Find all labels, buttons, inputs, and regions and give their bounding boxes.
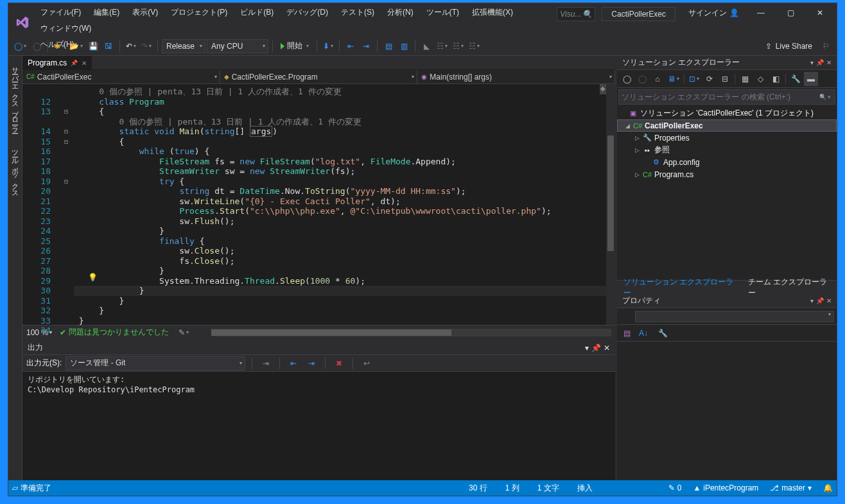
bookmark-button[interactable]: ◣ bbox=[419, 39, 433, 53]
fwd-icon[interactable]: ◯ bbox=[635, 72, 649, 86]
wrench-icon[interactable]: 🔧 bbox=[788, 72, 803, 86]
liveshare-button[interactable]: ⇪Live Share bbox=[760, 42, 817, 51]
home-icon[interactable]: ⌂ bbox=[650, 72, 665, 86]
output-body[interactable]: リポジトリを開いています: C:\Develop Repository\iPen… bbox=[22, 372, 615, 480]
status-repo[interactable]: ▲ iPentecProgram bbox=[693, 483, 758, 492]
open-button[interactable]: 📂 bbox=[67, 39, 85, 53]
alpha-icon[interactable]: A↓ bbox=[636, 326, 650, 340]
left-tab-toolbox[interactable]: ツールボックス bbox=[10, 143, 20, 197]
back-icon[interactable]: ◯ bbox=[620, 72, 634, 86]
tab-close-icon[interactable]: ✕ bbox=[82, 60, 87, 67]
scope-icon[interactable]: ⊡ bbox=[687, 72, 701, 86]
menu-view[interactable]: 表示(V) bbox=[126, 4, 164, 21]
menu-project[interactable]: プロジェクト(P) bbox=[164, 4, 234, 21]
collapse-icon[interactable]: ⊟ bbox=[718, 72, 732, 86]
close-icon[interactable]: ✕ bbox=[826, 59, 832, 66]
nav-class[interactable]: ◆CactiPollerExec.Program bbox=[220, 70, 418, 83]
platform-combo[interactable]: Any CPU bbox=[207, 39, 268, 53]
nav-project[interactable]: C#CactiPollerExec bbox=[22, 70, 220, 83]
dropdown-icon[interactable]: ▾ bbox=[810, 59, 814, 66]
menu-debug[interactable]: デバッグ(D) bbox=[280, 4, 335, 21]
left-tab-server[interactable]: サーバー エクスプローラー bbox=[10, 60, 20, 132]
menu-file[interactable]: ファイル(F) bbox=[34, 4, 87, 21]
dropdown-icon[interactable]: ▾ bbox=[810, 297, 814, 304]
tree-properties[interactable]: ▷🔧Properties bbox=[617, 132, 837, 144]
undo-button[interactable]: ↶ bbox=[124, 39, 138, 53]
goto-button[interactable]: ⇥ bbox=[259, 356, 273, 370]
pin-icon[interactable]: 📌 bbox=[816, 59, 824, 66]
pin-icon[interactable]: 📌 bbox=[591, 343, 601, 352]
dropdown-icon[interactable]: ▾ bbox=[585, 343, 589, 352]
menu-edit[interactable]: 編集(E) bbox=[87, 4, 126, 21]
view-mode-icon[interactable]: ▬ bbox=[804, 72, 818, 86]
maximize-button[interactable]: ▢ bbox=[776, 4, 805, 22]
code-editor[interactable]: 1213141516171819202122232425262728293031… bbox=[22, 84, 615, 325]
redo-button[interactable]: ↷ bbox=[139, 39, 153, 53]
view-icon[interactable]: 🖥 bbox=[666, 72, 681, 86]
status-branch[interactable]: ⎇ master ▾ bbox=[770, 483, 812, 492]
tb-btn-a[interactable]: ☷ bbox=[435, 39, 449, 53]
save-button[interactable]: 💾 bbox=[86, 39, 100, 53]
props-icon[interactable]: ◇ bbox=[753, 72, 767, 86]
nav-back-button[interactable]: ◯ bbox=[12, 39, 28, 53]
start-button[interactable]: 開始 bbox=[277, 39, 313, 53]
tree-appconfig[interactable]: ⚙App.config bbox=[617, 156, 837, 168]
tab-program-cs[interactable]: Program.cs 📌 ✕ bbox=[22, 56, 92, 69]
status-changes[interactable]: ✎ 0 bbox=[668, 483, 682, 492]
uncomment-button[interactable]: ▥ bbox=[397, 39, 411, 53]
wrap-button[interactable]: ↩ bbox=[360, 356, 374, 370]
tree-program-cs[interactable]: ▷C#Program.cs bbox=[617, 168, 837, 180]
search-input[interactable]: Visu...🔍 bbox=[557, 7, 595, 21]
indent-less-button[interactable]: ⇤ bbox=[344, 39, 358, 53]
tab-team-explorer[interactable]: チーム エクスプローラー bbox=[742, 281, 837, 294]
fold-gutter[interactable]: ⊟⊟⊟⊟ bbox=[60, 84, 73, 325]
close-icon[interactable]: ✕ bbox=[826, 297, 832, 304]
nav-fwd-button[interactable]: ◯ bbox=[30, 39, 44, 53]
new-project-button[interactable]: ✱ bbox=[52, 39, 66, 53]
clear-button[interactable]: ✖ bbox=[332, 356, 346, 370]
pin-icon[interactable]: 📌 bbox=[71, 60, 78, 66]
menu-extensions[interactable]: 拡張機能(X) bbox=[466, 4, 519, 21]
menu-test[interactable]: テスト(S) bbox=[335, 4, 381, 21]
minimize-button[interactable]: — bbox=[747, 4, 775, 22]
menu-window[interactable]: ウィンドウ(W) bbox=[34, 21, 98, 37]
menu-build[interactable]: ビルド(B) bbox=[234, 4, 280, 21]
tb-btn-b[interactable]: ☷ bbox=[451, 39, 466, 53]
next-button[interactable]: ⇥ bbox=[304, 356, 318, 370]
save-all-button[interactable]: 🖫 bbox=[101, 39, 116, 53]
categorized-icon[interactable]: ▤ bbox=[620, 326, 634, 340]
step-button[interactable]: ⬇ bbox=[321, 39, 335, 53]
issues-status[interactable]: ✔問題は見つかりませんでした bbox=[60, 327, 169, 338]
showall-icon[interactable]: ▦ bbox=[738, 72, 752, 86]
tree-solution[interactable]: ▣ソリューション 'CactiPollerExec' (1 プロジェクト) bbox=[617, 107, 837, 119]
solution-icon: ▣ bbox=[629, 109, 638, 117]
tab-solution-explorer[interactable]: ソリューション エクスプローラー bbox=[617, 281, 742, 294]
split-handle[interactable]: ✥ bbox=[600, 84, 606, 94]
props-wrench-icon[interactable]: 🔧 bbox=[656, 326, 670, 340]
tb-btn-c[interactable]: ☷ bbox=[467, 39, 482, 53]
solution-search[interactable]: ソリューション エクスプローラー の検索 (Ctrl+:) bbox=[618, 89, 835, 105]
menu-analyze[interactable]: 分析(N) bbox=[381, 4, 420, 21]
nav-method[interactable]: ◉Main(string[] args) bbox=[417, 70, 615, 83]
preview-icon[interactable]: ◧ bbox=[769, 72, 783, 86]
refresh-icon[interactable]: ⟳ bbox=[702, 72, 717, 86]
indent-more-button[interactable]: ⇥ bbox=[359, 39, 373, 53]
properties-combo[interactable] bbox=[635, 311, 834, 322]
close-icon[interactable]: ✕ bbox=[604, 343, 610, 352]
horizontal-scrollbar[interactable] bbox=[211, 329, 611, 336]
tree-project[interactable]: ◢C#CactiPollerExec bbox=[617, 119, 837, 132]
close-button[interactable]: ✕ bbox=[806, 4, 834, 22]
prev-button[interactable]: ⇤ bbox=[286, 356, 301, 370]
pin-icon[interactable]: 📌 bbox=[816, 297, 824, 304]
signin-button[interactable]: サインイン👤 bbox=[682, 5, 745, 21]
feedback-button[interactable]: ⚐ bbox=[819, 39, 833, 53]
output-source-combo[interactable]: ソース管理 - Git bbox=[65, 356, 245, 370]
tree-references[interactable]: ▷▪▪参照 bbox=[617, 144, 837, 156]
brush-button[interactable]: ✎ bbox=[177, 326, 191, 340]
comment-button[interactable]: ▤ bbox=[381, 39, 396, 53]
notifications-icon[interactable]: 🔔 bbox=[823, 483, 833, 492]
vertical-scrollbar[interactable] bbox=[606, 84, 615, 325]
search-icon: 🔍 bbox=[582, 10, 592, 19]
config-combo[interactable]: Release bbox=[162, 39, 205, 53]
menu-tools[interactable]: ツール(T) bbox=[420, 4, 466, 21]
